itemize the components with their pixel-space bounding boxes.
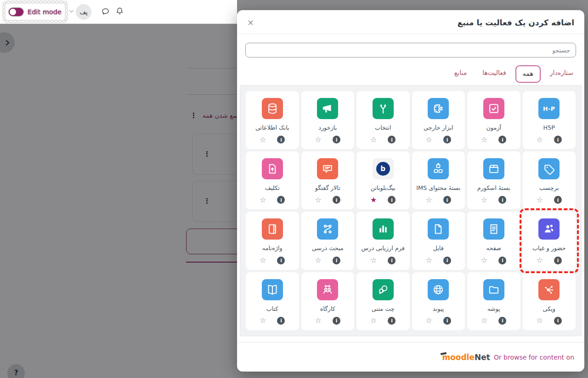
card-actions: i ☆ [370,313,396,325]
activity-card[interactable]: ویکی i ☆ [523,272,576,330]
info-icon[interactable]: i [277,257,285,264]
star-icon[interactable]: ☆ [260,317,266,324]
info-icon[interactable]: i [498,136,506,143]
activity-label: ابزار خارجی [421,123,456,132]
activity-card[interactable]: کارگاه i ☆ [301,272,355,330]
activity-card[interactable]: کتاب i ☆ [246,272,299,330]
star-icon[interactable]: ☆ [481,136,487,143]
search-input[interactable] [245,43,576,57]
star-icon[interactable]: ☆ [315,257,322,264]
star-icon[interactable]: ☆ [537,196,543,204]
split-arrows-icon [373,98,394,119]
modal-footer: Or browse for content on moodleNet [237,342,584,372]
star-icon[interactable]: ☆ [537,317,543,324]
notifications-bell-icon[interactable] [115,6,124,16]
star-icon[interactable]: ☆ [537,136,543,143]
star-icon[interactable]: ☆ [315,136,322,143]
activity-card[interactable]: حضور و غیاب i ☆ [523,212,576,269]
info-icon[interactable]: i [277,196,285,204]
activity-card[interactable]: بستهٔ اسکورم i ☆ [467,151,520,209]
tab-item[interactable]: ستاره‌دار [550,69,573,76]
info-icon[interactable]: i [443,196,451,204]
tab-item[interactable]: منابع [454,69,467,76]
star-icon[interactable]: ☆ [426,136,432,143]
activity-card[interactable]: انتخاب i ☆ [356,91,410,149]
user-avatar[interactable]: پف [76,4,91,20]
activity-card[interactable]: H-P H5P i ☆ [523,91,576,149]
messages-icon[interactable] [101,7,110,17]
star-icon[interactable]: ☆ [370,257,377,264]
moodlenet-browse-link[interactable]: Or browse for content on [494,354,574,361]
activity-label: صفحه [484,244,504,252]
chat-lines-icon [317,158,338,179]
info-icon[interactable]: i [388,257,396,264]
card-actions: i ☆ [537,253,562,264]
info-icon[interactable]: i [333,136,340,143]
info-icon[interactable]: i [388,317,396,325]
star-icon[interactable]: ☆ [370,136,377,143]
activity-card[interactable]: واژه‌نامه i ☆ [246,212,299,269]
chevron-down-icon[interactable] [68,8,74,14]
info-icon[interactable]: i [554,257,562,264]
activity-card[interactable]: فایل i ☆ [412,212,465,269]
star-icon[interactable]: ☆ [315,196,322,204]
star-icon[interactable]: ☆ [481,317,487,324]
activity-card[interactable]: بازخورد i ☆ [301,91,355,149]
activity-card[interactable]: b بیگ‌بلوباتن i ★ [356,151,410,209]
activity-card[interactable]: پوشه i ☆ [467,272,520,330]
info-icon[interactable]: i [498,317,506,325]
tab-item[interactable]: فعالیت‌ها [482,69,506,76]
info-icon[interactable]: i [554,317,562,325]
activity-label: کارگاه [317,304,338,313]
star-icon[interactable]: ☆ [370,317,377,324]
activity-card[interactable]: فرم ارزیابی درس i ☆ [356,212,410,269]
database-icon [262,98,283,119]
star-icon[interactable]: ★ [370,196,377,204]
info-icon[interactable]: i [277,317,285,325]
star-icon[interactable]: ☆ [481,196,487,204]
page: ⋮ جمع شدن همه ⋮ ⋮ ? Edit mode پف اضافه ک… [0,0,588,378]
activity-card[interactable]: تکلیف i ☆ [246,151,299,209]
info-icon[interactable]: i [333,317,340,325]
info-icon[interactable]: i [498,257,506,264]
tab-active[interactable]: همه [515,65,541,83]
activity-card[interactable]: برچسب i ☆ [523,151,576,209]
info-icon[interactable]: i [498,196,506,204]
star-icon[interactable]: ☆ [260,196,266,204]
close-icon[interactable]: × [247,18,254,27]
info-icon[interactable]: i [277,136,285,143]
info-icon[interactable]: i [333,257,340,264]
info-icon[interactable]: i [554,196,562,204]
activity-card[interactable]: صفحه i ☆ [467,212,520,269]
card-actions: i ☆ [426,132,451,143]
star-icon[interactable]: ☆ [426,317,432,324]
info-icon[interactable]: i [443,257,451,264]
activity-card[interactable]: چت متنی i ☆ [356,272,410,330]
star-icon[interactable]: ☆ [260,257,266,264]
star-icon[interactable]: ☆ [260,136,266,143]
card-actions: i ☆ [481,313,506,325]
star-icon[interactable]: ☆ [426,257,432,264]
activity-card[interactable]: تالار گفتگو i ☆ [301,151,355,209]
star-icon[interactable]: ☆ [537,257,543,264]
info-icon[interactable]: i [388,136,396,143]
star-icon[interactable]: ☆ [315,317,322,324]
info-icon[interactable]: i [554,136,562,143]
info-icon[interactable]: i [443,317,451,325]
activity-card[interactable]: پیوند i ☆ [412,272,465,330]
activity-card[interactable]: آزمون i ☆ [467,91,520,149]
activity-card[interactable]: مبحث درسی i ☆ [301,212,355,269]
activity-card[interactable]: بانک اطلاعاتی i ☆ [246,91,299,149]
info-icon[interactable]: i [333,196,340,204]
activity-card[interactable]: بستهٔ محتوای IMS i ☆ [412,151,465,209]
star-icon[interactable]: ☆ [426,196,432,204]
info-icon[interactable]: i [443,136,451,143]
activity-label: حضور و غیاب [530,244,569,252]
info-icon[interactable]: i [388,196,396,204]
edit-mode-toggle[interactable] [9,8,23,16]
card-actions: i ☆ [481,192,506,204]
activity-label: فرم ارزیابی درس [359,244,407,252]
activity-card[interactable]: ابزار خارجی i ☆ [412,91,465,149]
star-icon[interactable]: ☆ [481,257,487,264]
moodlenet-logo[interactable]: moodleNet [442,353,490,362]
